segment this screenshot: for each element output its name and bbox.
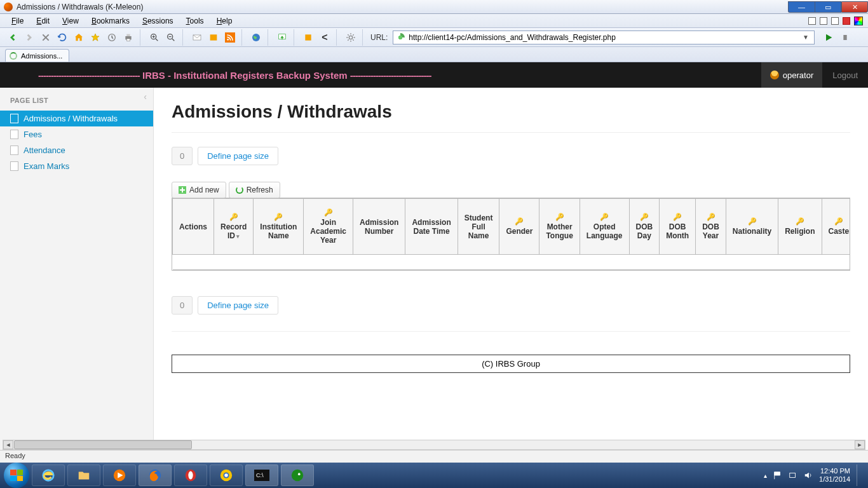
column-header[interactable]: 🔑Caste	[822, 199, 850, 255]
zoom-out-icon[interactable]	[165, 31, 177, 44]
window-close-button[interactable]: ✕	[841, 1, 868, 13]
download-icon[interactable]	[276, 31, 288, 44]
column-header-label: Caste	[829, 227, 850, 236]
browser-tab-label: Admissions...	[21, 52, 62, 60]
window-util-icon-3[interactable]	[831, 17, 839, 25]
horizontal-scrollbar[interactable]: ◄ ►	[3, 440, 865, 450]
user-menu[interactable]: operator	[761, 62, 822, 88]
taskbar-item-explorer[interactable]	[67, 464, 100, 486]
column-header[interactable]: 🔑Mother Tongue	[539, 199, 580, 255]
sidebar-item-attendance[interactable]: Attendance	[0, 142, 153, 158]
taskbar-item-ie[interactable]	[32, 464, 65, 486]
menu-sessions[interactable]: Sessions	[136, 15, 180, 27]
globe-icon[interactable]	[250, 31, 262, 44]
taskbar-item-opera[interactable]	[174, 464, 207, 486]
settings-gear-icon[interactable]	[344, 31, 357, 44]
add-new-button[interactable]: Add new	[172, 182, 226, 198]
sidebar-item-fees[interactable]: Fees	[0, 126, 153, 142]
column-header[interactable]: 🔑Record ID ▾	[214, 199, 254, 255]
taskbar-item-suse[interactable]	[281, 464, 314, 486]
taskbar-item-media[interactable]	[103, 464, 136, 486]
scroll-right-button[interactable]: ►	[855, 440, 865, 449]
url-label: URL:	[370, 33, 388, 42]
key-icon: 🔑	[636, 213, 653, 221]
svg-rect-12	[305, 34, 311, 40]
window-util-close-icon[interactable]	[843, 17, 850, 25]
browser-toolbar: < URL: ▼	[0, 28, 868, 47]
menu-bookmarks[interactable]: Bookmarks	[85, 15, 136, 27]
bookmark-star-icon[interactable]	[89, 31, 102, 44]
window-maximize-button[interactable]: ▭	[815, 1, 841, 13]
column-header-label: Actions	[179, 222, 207, 231]
forward-button[interactable]	[23, 31, 36, 44]
svg-point-22	[224, 473, 228, 477]
window-minimize-button[interactable]: —	[788, 1, 815, 13]
stop-button[interactable]	[39, 31, 52, 44]
home-button[interactable]	[72, 31, 85, 44]
column-header[interactable]: 🔑Nationality	[726, 199, 778, 255]
column-header-label: DOB Month	[666, 222, 689, 240]
print-icon[interactable]	[122, 31, 135, 44]
tray-clock[interactable]: 12:40 PM 1/31/2014	[819, 467, 850, 483]
plugin-icon-1[interactable]	[302, 31, 315, 44]
url-bar[interactable]: ▼	[393, 30, 815, 44]
taskbar-item-chrome[interactable]	[210, 464, 243, 486]
column-header[interactable]: Admission Number	[353, 199, 405, 255]
share-icon[interactable]: <	[318, 31, 331, 44]
url-input[interactable]	[409, 33, 800, 42]
column-header[interactable]: 🔑Join Academic Year	[304, 199, 353, 255]
history-icon[interactable]	[105, 31, 118, 44]
sidebar-collapse-icon[interactable]: ‹	[144, 92, 147, 102]
rss-icon[interactable]	[224, 31, 236, 44]
sidebar-item-label: Admissions / Withdrawals	[24, 114, 118, 123]
define-page-size-link[interactable]: Define page size	[198, 147, 278, 165]
sidebar-item-label: Attendance	[24, 146, 65, 155]
logout-link[interactable]: Logout	[822, 62, 868, 88]
define-page-size-link-bottom[interactable]: Define page size	[198, 296, 278, 315]
sidebar-item-admissions-withdrawals[interactable]: Admissions / Withdrawals	[0, 111, 153, 126]
page-footer: (C) IRBS Group	[172, 355, 850, 373]
key-icon: 🔑	[666, 213, 689, 221]
column-header[interactable]: 🔑DOB Day	[629, 199, 660, 255]
go-button[interactable]	[822, 31, 835, 44]
tray-network-icon[interactable]	[789, 471, 797, 480]
toolbar-extra-icon[interactable]	[839, 31, 851, 44]
taskbar-item-firefox[interactable]	[139, 464, 172, 486]
column-header[interactable]: 🔑DOB Month	[660, 199, 696, 255]
tray-show-hidden-icon[interactable]: ▴	[764, 472, 767, 479]
taskbar-item-cmd[interactable]: C:\	[245, 464, 278, 486]
column-header[interactable]: 🔑Religion	[778, 199, 822, 255]
news-icon[interactable]	[207, 31, 220, 44]
svg-point-26	[298, 473, 301, 475]
menu-file[interactable]: File	[5, 15, 30, 27]
url-dropdown-icon[interactable]: ▼	[800, 34, 811, 41]
zoom-in-icon[interactable]	[148, 31, 161, 44]
menu-view[interactable]: View	[56, 15, 85, 27]
column-header[interactable]: Student Full Name	[458, 199, 499, 255]
scroll-thumb[interactable]	[14, 440, 192, 449]
column-header[interactable]: Actions	[173, 199, 214, 255]
column-header[interactable]: 🔑Institution Name	[254, 199, 304, 255]
scroll-left-button[interactable]: ◄	[3, 440, 13, 449]
browser-tab[interactable]: Admissions...	[5, 49, 69, 62]
column-header[interactable]: 🔑Gender	[499, 199, 539, 255]
start-button[interactable]	[4, 463, 29, 488]
column-header[interactable]: 🔑DOB Year	[696, 199, 726, 255]
kmeleon-logo-icon[interactable]	[854, 17, 863, 25]
tray-flag-icon[interactable]	[773, 471, 782, 480]
column-header[interactable]: 🔑Opted Language	[580, 199, 629, 255]
column-header-label: Institution Name	[260, 222, 297, 240]
show-desktop-button[interactable]	[857, 464, 862, 486]
back-button[interactable]	[6, 31, 19, 44]
column-header[interactable]: Admission Date Time	[405, 199, 458, 255]
menu-help[interactable]: Help	[210, 15, 239, 27]
tray-volume-icon[interactable]	[804, 471, 813, 480]
menu-edit[interactable]: Edit	[30, 15, 56, 27]
menu-tools[interactable]: Tools	[180, 15, 210, 27]
mail-icon[interactable]	[191, 31, 203, 44]
window-util-icon-1[interactable]	[808, 17, 816, 25]
refresh-button[interactable]: Refresh	[229, 182, 280, 198]
window-util-icon-2[interactable]	[820, 17, 827, 25]
sidebar-item-exam-marks[interactable]: Exam Marks	[0, 158, 153, 174]
reload-button[interactable]	[56, 31, 69, 44]
